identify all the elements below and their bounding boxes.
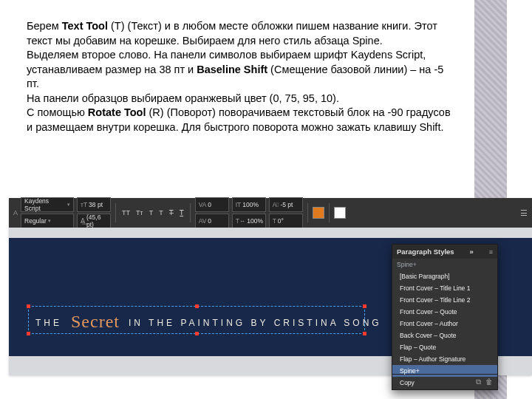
font-family-field[interactable]: Kaydens Script▾ <box>21 197 74 212</box>
bold-text-tool: Text Tool <box>62 20 108 32</box>
selection-handle[interactable] <box>27 304 30 308</box>
title-part-2: IN THE PAINTING BY CRISTINA SONG <box>129 318 382 328</box>
skew-icon: T <box>273 217 276 225</box>
document-canvas[interactable]: THE Secret IN THE PAINTING BY CRISTINA S… <box>9 228 532 375</box>
leading-icon: A͟ <box>81 217 85 225</box>
panel-header[interactable]: Paragraph Styles » ≡ <box>392 245 497 259</box>
styles-list: [Basic Paragraph] Front Cover – Title Li… <box>392 270 497 374</box>
skew-field[interactable]: T0° <box>269 214 303 228</box>
style-row[interactable]: Front Cover – Title Line 1 <box>392 282 497 294</box>
paragraph-styles-panel[interactable]: Paragraph Styles » ≡ Spine+ [Basic Parag… <box>392 244 498 390</box>
style-row[interactable]: Flap – Quote <box>392 341 497 353</box>
panel-menu-icon[interactable]: ≡ <box>489 248 493 256</box>
chevron-icon[interactable]: » <box>470 248 474 256</box>
book-title-text: THE Secret IN THE PAINTING BY CRISTINA S… <box>35 310 382 330</box>
skew-value: 0° <box>278 217 284 225</box>
strike-btn[interactable]: T̲ <box>178 209 185 216</box>
character-control-bar: A Kaydens Script▾ Regular▾ тТ38 pt A͟(45… <box>9 198 532 228</box>
style-row[interactable]: Flap – Author Signature <box>392 353 497 365</box>
case-btn[interactable]: TT <box>120 209 132 216</box>
selection-handle[interactable] <box>363 332 366 335</box>
kerning-icon: VA <box>199 201 207 208</box>
vertical-scale-icon: IT <box>236 201 242 208</box>
baseline-shift-value: -5 pt <box>280 201 293 208</box>
instruction-text: Берем Text Tool (T) (Текст) и в любом ме… <box>27 19 454 135</box>
font-size-value: 38 pt <box>89 201 103 208</box>
hscale-value: 100% <box>247 217 263 225</box>
horizontal-scale-icon: T↔ <box>236 217 246 225</box>
new-style-icon[interactable]: ⧉ <box>476 378 481 386</box>
kerning-field[interactable]: VA0 <box>195 197 229 212</box>
style-row[interactable]: Back Cover – Quote <box>392 330 497 341</box>
superscript-btn[interactable]: T <box>148 209 155 216</box>
case-btn[interactable]: Tт <box>134 209 145 216</box>
tracking-icon: AV <box>199 217 207 225</box>
current-style-indicator: Spine+ <box>392 259 497 270</box>
style-row[interactable]: Front Cover – Quote <box>392 306 497 318</box>
leading-value: (45,6 pt) <box>86 214 107 228</box>
subscript-btn[interactable]: Т <box>157 209 165 216</box>
chevron-down-icon: ▾ <box>67 202 70 208</box>
selection-handle[interactable] <box>27 332 30 335</box>
selection-handle[interactable] <box>195 304 199 308</box>
font-size-icon: тТ <box>81 201 87 208</box>
bold-baseline-shift: Baseline Shift <box>197 64 267 75</box>
stroke-color-swatch[interactable] <box>334 207 346 219</box>
tracking-value: 0 <box>208 217 211 225</box>
style-row[interactable]: [Basic Paragraph] <box>392 270 497 282</box>
chevron-down-icon: ▾ <box>48 218 51 224</box>
vscale-field[interactable]: IT100% <box>232 197 266 212</box>
hscale-field[interactable]: T↔100% <box>232 214 266 228</box>
tracking-field[interactable]: AV0 <box>195 214 229 228</box>
t: Берем <box>27 20 62 32</box>
panel-title: Paragraph Styles <box>397 248 454 256</box>
trash-icon[interactable]: 🗑 <box>485 378 493 386</box>
style-row[interactable]: Front Cover – Author <box>392 318 497 330</box>
title-script-word: Secret <box>71 312 120 332</box>
indesign-screenshot: A Kaydens Script▾ Regular▾ тТ38 pt A͟(45… <box>9 198 532 375</box>
divider <box>307 203 308 222</box>
leading-field[interactable]: A͟(45,6 pt) <box>77 214 111 228</box>
underline-btn[interactable]: T̶ <box>168 209 175 216</box>
font-style-value: Regular <box>24 217 47 225</box>
selection-handle[interactable] <box>363 304 366 308</box>
type-mode-icon: A <box>13 209 18 216</box>
panel-menu-icon[interactable]: ☰ <box>520 208 528 218</box>
divider <box>115 203 116 222</box>
kerning-value: 0 <box>208 201 211 208</box>
t: С помощью <box>27 106 88 118</box>
baseline-shift-field[interactable]: Aͣ-5 pt <box>269 197 303 212</box>
title-part-1: THE <box>35 318 62 328</box>
divider <box>190 203 191 222</box>
selection-handle[interactable] <box>195 332 199 335</box>
divider <box>329 203 330 222</box>
font-style-field[interactable]: Regular▾ <box>21 214 74 228</box>
baseline-shift-icon: Aͣ <box>273 201 279 208</box>
t: На панели образцов выбираем оранжевый цв… <box>27 92 339 104</box>
style-row[interactable]: Front Cover – Title Line 2 <box>392 294 497 306</box>
font-family-value: Kaydens Script <box>24 197 66 212</box>
fill-color-swatch[interactable] <box>313 207 324 219</box>
bold-rotate-tool: Rotate Tool <box>88 106 146 118</box>
font-size-field[interactable]: тТ38 pt <box>77 197 111 212</box>
vscale-value: 100% <box>242 201 259 208</box>
